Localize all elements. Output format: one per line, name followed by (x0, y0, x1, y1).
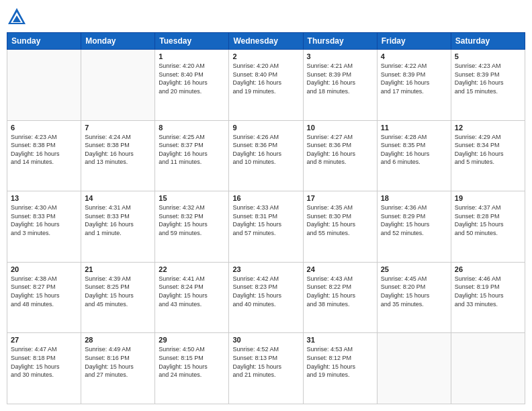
day-detail: Sunrise: 4:31 AM Sunset: 8:33 PM Dayligh… (85, 204, 134, 236)
day-number: 7 (85, 124, 151, 132)
calendar-weekday: Thursday (303, 33, 377, 50)
day-detail: Sunrise: 4:20 AM Sunset: 8:40 PM Dayligh… (232, 62, 281, 95)
calendar-week-row: 20Sunrise: 4:38 AM Sunset: 8:27 PM Dayli… (7, 262, 525, 333)
calendar-cell: 12Sunrise: 4:29 AM Sunset: 8:34 PM Dayli… (451, 120, 525, 191)
day-number: 22 (159, 265, 225, 273)
day-number: 24 (307, 265, 373, 273)
day-detail: Sunrise: 4:23 AM Sunset: 8:38 PM Dayligh… (11, 134, 60, 166)
day-number: 17 (307, 194, 373, 202)
day-detail: Sunrise: 4:28 AM Sunset: 8:35 PM Dayligh… (381, 134, 430, 166)
calendar-cell: 29Sunrise: 4:50 AM Sunset: 8:15 PM Dayli… (155, 333, 229, 404)
calendar-cell: 23Sunrise: 4:42 AM Sunset: 8:23 PM Dayli… (229, 262, 303, 333)
calendar-cell: 18Sunrise: 4:36 AM Sunset: 8:29 PM Dayli… (377, 191, 451, 263)
day-detail: Sunrise: 4:29 AM Sunset: 8:34 PM Dayligh… (455, 134, 504, 166)
calendar-cell: 4Sunrise: 4:22 AM Sunset: 8:39 PM Daylig… (377, 50, 451, 121)
day-number: 4 (381, 52, 447, 60)
day-number: 19 (455, 194, 521, 202)
day-number: 30 (232, 336, 299, 344)
day-number: 21 (85, 265, 151, 273)
day-number: 27 (11, 336, 77, 344)
day-detail: Sunrise: 4:24 AM Sunset: 8:38 PM Dayligh… (85, 134, 134, 166)
header (7, 7, 525, 27)
calendar-cell (7, 50, 81, 121)
calendar-weekday: Friday (377, 33, 451, 50)
day-number: 29 (159, 336, 225, 344)
calendar-cell: 2Sunrise: 4:20 AM Sunset: 8:40 PM Daylig… (229, 50, 303, 121)
day-detail: Sunrise: 4:52 AM Sunset: 8:13 PM Dayligh… (232, 346, 281, 378)
day-number: 11 (381, 124, 447, 132)
day-detail: Sunrise: 4:50 AM Sunset: 8:15 PM Dayligh… (159, 346, 208, 378)
day-detail: Sunrise: 4:37 AM Sunset: 8:28 PM Dayligh… (455, 204, 504, 236)
logo-icon (7, 7, 27, 27)
calendar-cell: 16Sunrise: 4:33 AM Sunset: 8:31 PM Dayli… (229, 191, 303, 263)
day-number: 2 (232, 52, 299, 60)
day-number: 1 (159, 52, 225, 60)
calendar-cell: 9Sunrise: 4:26 AM Sunset: 8:36 PM Daylig… (229, 120, 303, 191)
day-detail: Sunrise: 4:32 AM Sunset: 8:32 PM Dayligh… (159, 204, 208, 236)
calendar-cell: 31Sunrise: 4:53 AM Sunset: 8:12 PM Dayli… (303, 333, 377, 404)
calendar-cell: 5Sunrise: 4:23 AM Sunset: 8:39 PM Daylig… (451, 50, 525, 121)
day-detail: Sunrise: 4:20 AM Sunset: 8:40 PM Dayligh… (159, 62, 208, 95)
calendar-cell: 28Sunrise: 4:49 AM Sunset: 8:16 PM Dayli… (81, 333, 155, 404)
day-number: 25 (381, 265, 447, 273)
calendar-week-row: 27Sunrise: 4:47 AM Sunset: 8:18 PM Dayli… (7, 333, 525, 404)
day-detail: Sunrise: 4:41 AM Sunset: 8:24 PM Dayligh… (159, 275, 208, 308)
day-detail: Sunrise: 4:38 AM Sunset: 8:27 PM Dayligh… (11, 275, 60, 308)
day-number: 23 (232, 265, 299, 273)
day-number: 16 (232, 194, 299, 202)
day-number: 26 (455, 265, 521, 273)
day-number: 3 (307, 52, 373, 60)
calendar-weekday: Tuesday (155, 33, 229, 50)
logo (7, 7, 30, 27)
day-detail: Sunrise: 4:43 AM Sunset: 8:22 PM Dayligh… (307, 275, 356, 308)
calendar-cell: 27Sunrise: 4:47 AM Sunset: 8:18 PM Dayli… (7, 333, 81, 404)
calendar-weekday: Sunday (7, 33, 81, 50)
page: SundayMondayTuesdayWednesdayThursdayFrid… (0, 0, 532, 411)
calendar-weekday: Monday (81, 33, 155, 50)
day-number: 28 (85, 336, 151, 344)
calendar-cell: 24Sunrise: 4:43 AM Sunset: 8:22 PM Dayli… (303, 262, 377, 333)
day-detail: Sunrise: 4:21 AM Sunset: 8:39 PM Dayligh… (307, 62, 356, 95)
calendar-cell: 14Sunrise: 4:31 AM Sunset: 8:33 PM Dayli… (81, 191, 155, 263)
calendar-cell: 7Sunrise: 4:24 AM Sunset: 8:38 PM Daylig… (81, 120, 155, 191)
calendar-cell: 21Sunrise: 4:39 AM Sunset: 8:25 PM Dayli… (81, 262, 155, 333)
day-detail: Sunrise: 4:23 AM Sunset: 8:39 PM Dayligh… (455, 62, 504, 95)
day-detail: Sunrise: 4:47 AM Sunset: 8:18 PM Dayligh… (11, 346, 60, 378)
calendar-cell: 3Sunrise: 4:21 AM Sunset: 8:39 PM Daylig… (303, 50, 377, 121)
calendar-cell: 13Sunrise: 4:30 AM Sunset: 8:33 PM Dayli… (7, 191, 81, 263)
day-detail: Sunrise: 4:46 AM Sunset: 8:19 PM Dayligh… (455, 275, 504, 308)
calendar-cell (81, 50, 155, 121)
day-detail: Sunrise: 4:36 AM Sunset: 8:29 PM Dayligh… (381, 204, 430, 236)
day-number: 5 (455, 52, 521, 60)
calendar-week-row: 6Sunrise: 4:23 AM Sunset: 8:38 PM Daylig… (7, 120, 525, 191)
day-number: 10 (307, 124, 373, 132)
day-detail: Sunrise: 4:26 AM Sunset: 8:36 PM Dayligh… (232, 134, 281, 166)
day-number: 15 (159, 194, 225, 202)
calendar-cell: 8Sunrise: 4:25 AM Sunset: 8:37 PM Daylig… (155, 120, 229, 191)
calendar-cell (451, 333, 525, 404)
calendar-weekday: Saturday (451, 33, 525, 50)
day-number: 12 (455, 124, 521, 132)
calendar-cell: 6Sunrise: 4:23 AM Sunset: 8:38 PM Daylig… (7, 120, 81, 191)
day-detail: Sunrise: 4:35 AM Sunset: 8:30 PM Dayligh… (307, 204, 356, 236)
day-detail: Sunrise: 4:45 AM Sunset: 8:20 PM Dayligh… (381, 275, 430, 308)
calendar-week-row: 13Sunrise: 4:30 AM Sunset: 8:33 PM Dayli… (7, 191, 525, 263)
calendar-cell: 26Sunrise: 4:46 AM Sunset: 8:19 PM Dayli… (451, 262, 525, 333)
calendar-header-row: SundayMondayTuesdayWednesdayThursdayFrid… (7, 33, 525, 50)
calendar-cell: 1Sunrise: 4:20 AM Sunset: 8:40 PM Daylig… (155, 50, 229, 121)
day-number: 20 (11, 265, 77, 273)
calendar-cell: 25Sunrise: 4:45 AM Sunset: 8:20 PM Dayli… (377, 262, 451, 333)
day-detail: Sunrise: 4:22 AM Sunset: 8:39 PM Dayligh… (381, 62, 430, 95)
calendar-cell: 19Sunrise: 4:37 AM Sunset: 8:28 PM Dayli… (451, 191, 525, 263)
calendar-table: SundayMondayTuesdayWednesdayThursdayFrid… (7, 32, 525, 404)
day-detail: Sunrise: 4:53 AM Sunset: 8:12 PM Dayligh… (307, 346, 356, 378)
calendar-cell: 11Sunrise: 4:28 AM Sunset: 8:35 PM Dayli… (377, 120, 451, 191)
day-detail: Sunrise: 4:49 AM Sunset: 8:16 PM Dayligh… (85, 346, 134, 378)
calendar-cell: 30Sunrise: 4:52 AM Sunset: 8:13 PM Dayli… (229, 333, 303, 404)
day-number: 18 (381, 194, 447, 202)
calendar-weekday: Wednesday (229, 33, 303, 50)
day-number: 13 (11, 194, 77, 202)
calendar-cell: 20Sunrise: 4:38 AM Sunset: 8:27 PM Dayli… (7, 262, 81, 333)
calendar-cell: 22Sunrise: 4:41 AM Sunset: 8:24 PM Dayli… (155, 262, 229, 333)
day-number: 14 (85, 194, 151, 202)
